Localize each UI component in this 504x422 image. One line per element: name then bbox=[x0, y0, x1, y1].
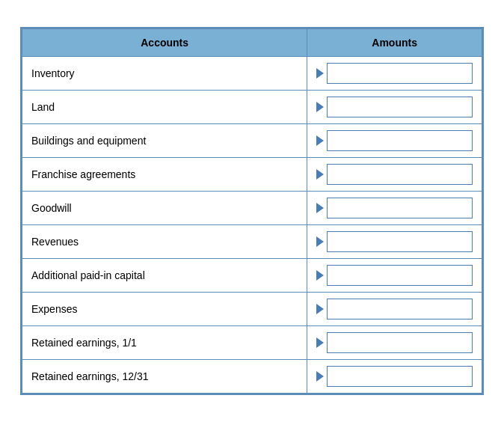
amount-cell-inventory bbox=[307, 57, 482, 91]
amount-input-expenses[interactable] bbox=[327, 299, 473, 319]
amount-cell-buildings-equipment bbox=[307, 124, 482, 158]
amount-input-inventory[interactable] bbox=[327, 63, 473, 84]
amount-input-revenues[interactable] bbox=[327, 231, 473, 252]
arrow-icon-retained-earnings-1-1 bbox=[316, 337, 324, 348]
arrow-icon-inventory bbox=[316, 68, 324, 79]
table-row: Expenses bbox=[22, 293, 482, 326]
header-accounts: Accounts bbox=[22, 29, 307, 57]
arrow-icon-franchise-agreements bbox=[316, 169, 324, 180]
account-cell-revenues: Revenues bbox=[22, 225, 307, 259]
arrow-icon-retained-earnings-12-31 bbox=[316, 371, 324, 382]
table-row: Land bbox=[22, 91, 482, 124]
header-amounts: Amounts bbox=[307, 29, 482, 57]
account-cell-buildings-equipment: Buildings and equipment bbox=[22, 124, 307, 158]
amount-cell-expenses bbox=[307, 293, 482, 326]
arrow-icon-buildings-equipment bbox=[316, 135, 324, 146]
amount-cell-franchise-agreements bbox=[307, 158, 482, 192]
table-header-row: Accounts Amounts bbox=[22, 29, 482, 57]
accounts-table: Accounts Amounts InventoryLandBuildings … bbox=[22, 28, 482, 394]
amount-cell-retained-earnings-12-31 bbox=[307, 360, 482, 394]
table-row: Goodwill bbox=[22, 192, 482, 225]
arrow-icon-additional-paid-in-capital bbox=[316, 270, 324, 281]
amount-input-goodwill[interactable] bbox=[327, 198, 473, 218]
arrow-icon-expenses bbox=[316, 304, 324, 314]
amount-input-land[interactable] bbox=[327, 97, 473, 117]
account-cell-expenses: Expenses bbox=[22, 293, 307, 326]
account-cell-retained-earnings-12-31: Retained earnings, 12/31 bbox=[22, 360, 307, 394]
account-cell-retained-earnings-1-1: Retained earnings, 1/1 bbox=[22, 326, 307, 360]
table-row: Revenues bbox=[22, 225, 482, 259]
account-cell-goodwill: Goodwill bbox=[22, 192, 307, 225]
amount-cell-goodwill bbox=[307, 192, 482, 225]
amount-cell-land bbox=[307, 91, 482, 124]
account-cell-land: Land bbox=[22, 91, 307, 124]
amount-input-retained-earnings-1-1[interactable] bbox=[327, 332, 473, 353]
table-row: Franchise agreements bbox=[22, 158, 482, 192]
amount-input-franchise-agreements[interactable] bbox=[327, 164, 473, 185]
table-row: Inventory bbox=[22, 57, 482, 91]
arrow-icon-land bbox=[316, 102, 324, 112]
amount-cell-additional-paid-in-capital bbox=[307, 259, 482, 293]
account-cell-inventory: Inventory bbox=[22, 57, 307, 91]
table-row: Retained earnings, 12/31 bbox=[22, 360, 482, 394]
account-cell-additional-paid-in-capital: Additional paid-in capital bbox=[22, 259, 307, 293]
amount-input-additional-paid-in-capital[interactable] bbox=[327, 265, 473, 286]
table-row: Buildings and equipment bbox=[22, 124, 482, 158]
arrow-icon-goodwill bbox=[316, 203, 324, 213]
account-cell-franchise-agreements: Franchise agreements bbox=[22, 158, 307, 192]
table-row: Retained earnings, 1/1 bbox=[22, 326, 482, 360]
table-row: Additional paid-in capital bbox=[22, 259, 482, 293]
arrow-icon-revenues bbox=[316, 236, 324, 247]
amount-cell-revenues bbox=[307, 225, 482, 259]
amount-cell-retained-earnings-1-1 bbox=[307, 326, 482, 360]
amount-input-retained-earnings-12-31[interactable] bbox=[327, 366, 473, 387]
main-table-wrapper: Accounts Amounts InventoryLandBuildings … bbox=[20, 27, 484, 395]
amount-input-buildings-equipment[interactable] bbox=[327, 130, 473, 151]
